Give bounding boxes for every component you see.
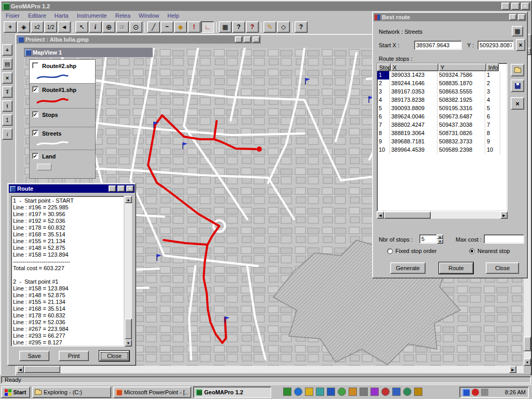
main-titlebar[interactable]: GeoMAPro 1.2 _ □ ×: [2, 2, 530, 11]
table-hscrollbar[interactable]: ◀ ▶: [377, 211, 508, 219]
spinner-up-icon[interactable]: ▲: [437, 234, 443, 239]
column-header-x[interactable]: X: [391, 63, 438, 71]
start-button[interactable]: Start: [1, 387, 30, 398]
edit-tool-icon[interactable]: ✎: [263, 21, 276, 33]
route-result-list[interactable]: 1 - Start point - START Line : #196 = 22…: [11, 196, 124, 347]
taskbar-shortcut-icon[interactable]: [381, 388, 390, 396]
layer-item-route1[interactable]: ✓ Route#1.shp: [30, 84, 95, 109]
direction-tool-icon[interactable]: !: [188, 21, 201, 33]
pan-hand-icon[interactable]: ☞: [116, 21, 129, 33]
resize-corner[interactable]: [524, 366, 531, 373]
task-button-powerpoint[interactable]: Microsoft PowerPoint - [...: [113, 387, 191, 398]
route-dialog-titlebar[interactable]: Route _ □ ×: [9, 184, 135, 193]
dialog-close-button[interactable]: ×: [518, 14, 525, 20]
table-row[interactable]: 4389173.8238508382.19254: [377, 96, 507, 104]
table-row[interactable]: 2389244.1646508835.18702: [377, 79, 507, 88]
zoom-in-tool-icon[interactable]: ⊕: [102, 21, 115, 33]
column-header-stop[interactable]: Stop: [377, 63, 391, 71]
query-tool-icon[interactable]: ?: [232, 21, 245, 33]
taskbar-shortcut-icon[interactable]: [305, 388, 313, 396]
project-maximize-button[interactable]: □: [244, 36, 251, 43]
taskbar-shortcut-icon[interactable]: [370, 388, 379, 396]
scroll-right-icon[interactable]: ▶: [500, 211, 508, 219]
layer-checkbox[interactable]: [32, 62, 38, 69]
scroll-down-icon[interactable]: ▼: [125, 339, 132, 347]
layer-checkbox[interactable]: ✓: [32, 130, 38, 136]
zoom-half-button[interactable]: 1/2: [44, 21, 57, 33]
taskbar-shortcut-icon[interactable]: [403, 388, 411, 396]
zoom-x2-button[interactable]: x2: [31, 21, 44, 33]
scroll-right-icon[interactable]: ▶: [509, 366, 516, 373]
move-tool-icon[interactable]: +: [4, 21, 17, 33]
vscroll-thumb[interactable]: [524, 337, 531, 351]
zoom-extent-icon[interactable]: ◈: [17, 21, 30, 33]
scroll-left-icon[interactable]: ◀: [377, 211, 384, 219]
taskbar-shortcut-icon[interactable]: [349, 388, 357, 396]
route-minimize-button[interactable]: _: [109, 185, 116, 192]
text-tool-icon[interactable]: Ŧ: [2, 86, 12, 98]
tray-network-icon[interactable]: [481, 389, 488, 396]
layer-item-stops[interactable]: ✓ Stops: [30, 109, 95, 127]
tray-settings-icon[interactable]: [472, 389, 479, 396]
fixed-stop-order-radio[interactable]: Fixed stop order: [387, 248, 436, 254]
zoom-window-icon[interactable]: ⊙: [129, 21, 142, 33]
pointer-tool-icon[interactable]: ↖: [75, 21, 88, 33]
layer-item-route2[interactable]: Route#2.shp: [30, 60, 95, 84]
menu-instrumente[interactable]: Instrumente: [73, 11, 111, 20]
spinner-down-icon[interactable]: ▼: [437, 239, 443, 244]
locate-tool-icon[interactable]: ?: [246, 21, 259, 33]
table-row[interactable]: 10389964.4539509589.239810: [377, 146, 507, 154]
start-y-input[interactable]: [477, 41, 514, 50]
radio-icon[interactable]: [469, 248, 475, 254]
menu-retea[interactable]: Retea: [111, 11, 135, 20]
nearest-stop-radio[interactable]: Nearest stop: [469, 248, 510, 254]
menu-harta[interactable]: Harta: [50, 11, 73, 20]
line-tool-icon[interactable]: ╱: [147, 21, 160, 33]
identify-tool-icon[interactable]: i: [2, 128, 12, 140]
hscroll-thumb[interactable]: [24, 366, 60, 373]
task-button-exploring[interactable]: Exploring - (C:): [32, 387, 111, 398]
attribute-table-icon[interactable]: ▦: [219, 21, 232, 33]
project-close-button[interactable]: ×: [252, 36, 260, 43]
print-button[interactable]: Print: [59, 351, 89, 361]
column-header-info[interactable]: Info: [486, 63, 499, 71]
taskbar-shortcut-icon[interactable]: [360, 388, 368, 396]
max-cost-input[interactable]: [484, 234, 524, 244]
route-list-scrollbar[interactable]: ▲ ▼: [125, 196, 132, 347]
table-row[interactable]: 1389033.1423509324.75861: [377, 71, 507, 79]
scroll-down-icon[interactable]: ▼: [524, 358, 531, 366]
route-button[interactable]: Route: [439, 262, 473, 274]
menu-editare[interactable]: Editare: [24, 11, 50, 20]
menu-fisier[interactable]: Fisier: [2, 11, 24, 20]
small-text-tool-icon[interactable]: ŧ: [2, 100, 12, 112]
table-row[interactable]: 7388802.4247509437.30387: [377, 121, 507, 129]
taskbar-shortcut-icon[interactable]: [283, 388, 291, 396]
remove-layer-icon[interactable]: ×: [2, 72, 12, 84]
save-stops-button[interactable]: [511, 79, 524, 92]
taskbar-shortcut-icon[interactable]: [294, 388, 302, 396]
help-tool-icon[interactable]: ?: [295, 21, 308, 33]
label-tool-icon[interactable]: 1: [2, 114, 12, 126]
map-hscrollbar[interactable]: ◀ ▶: [17, 366, 524, 373]
route-close-x-button[interactable]: ×: [126, 185, 134, 192]
nbr-stops-input[interactable]: [419, 234, 437, 244]
snap-tool-icon[interactable]: ◇: [277, 21, 290, 33]
project-titlebar[interactable]: Proiect : Alba Iulia.gmp _ □ ×: [17, 35, 261, 44]
scroll-up-icon[interactable]: ▲: [125, 196, 132, 203]
project-minimize-button[interactable]: _: [235, 36, 242, 43]
generate-button[interactable]: Generate: [390, 262, 425, 274]
close-button[interactable]: Close: [99, 351, 129, 361]
taskbar-shortcut-icon[interactable]: [327, 388, 335, 396]
maximize-button[interactable]: □: [511, 3, 520, 10]
info-tool-icon[interactable]: i: [89, 21, 102, 33]
menu-help[interactable]: Help: [163, 11, 183, 20]
dialog-help-button[interactable]: ?: [509, 14, 516, 20]
taskbar-shortcut-icon[interactable]: [414, 388, 422, 396]
close-button[interactable]: Close: [486, 262, 519, 274]
clock[interactable]: 8:26 AM: [505, 389, 526, 395]
layer-item-land[interactable]: ✓ Land: [30, 150, 95, 175]
table-row[interactable]: 6389624.0046509673.64876: [377, 113, 507, 121]
table-row[interactable]: 8388819.3064508731.08268: [377, 129, 507, 138]
tray-display-icon[interactable]: [462, 389, 470, 396]
node-tool-icon[interactable]: ◆: [174, 21, 187, 33]
